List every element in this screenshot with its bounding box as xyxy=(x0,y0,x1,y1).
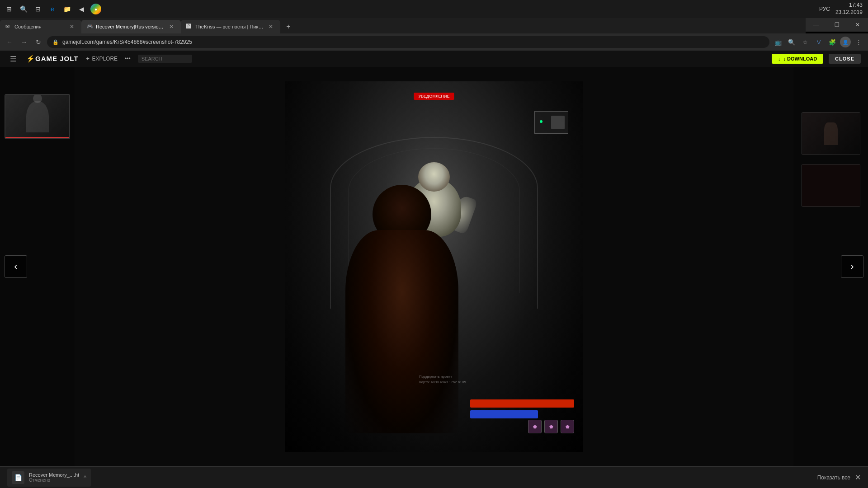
lock-icon: 🔒 xyxy=(52,39,59,45)
vk-icon[interactable]: V xyxy=(813,36,825,48)
edge-icon[interactable]: e xyxy=(47,4,58,14)
thumbnail-left[interactable] xyxy=(5,94,70,139)
explorer-icon[interactable]: 📁 xyxy=(61,4,72,14)
show-all-downloads-button[interactable]: Показать все xyxy=(817,474,850,481)
browser-actions: 📺 🔍 ☆ V 🧩 👤 ⋮ xyxy=(772,36,864,48)
screenshot-viewer: ‹ xyxy=(0,67,868,466)
tab-close-recover[interactable]: ✕ xyxy=(167,23,175,31)
taskbar: ⊞ 🔍 ⊟ e 📁 ◀ ● РУС 17:43 23.12.2019 xyxy=(0,0,868,18)
screenshot-main: УВЕДОМЛЕНИЕ Поддержать проект Карта: 409… xyxy=(75,67,793,466)
forward-button[interactable]: → xyxy=(18,36,30,48)
taskbar-date-value: 23.12.2019 xyxy=(835,9,863,16)
address-text: gamejolt.com/games/KrS/454868#screenshot… xyxy=(62,39,764,45)
gj-hamburger-icon[interactable]: ☰ xyxy=(7,53,19,65)
taskbar-clock: 17:43 23.12.2019 xyxy=(835,2,863,16)
tab-label-recover: Recover Memory|Rus version by xyxy=(96,24,165,29)
tab-close-messages[interactable]: ✕ xyxy=(68,23,76,31)
hud-bars xyxy=(470,399,574,418)
chrome-icon[interactable]: ● xyxy=(90,4,101,14)
player-body xyxy=(345,230,458,433)
explore-icon: ✦ xyxy=(85,56,90,62)
next-screenshot-button[interactable]: › xyxy=(841,255,863,278)
close-download-bar-button[interactable]: ✕ xyxy=(855,473,861,482)
thumbnail-right-2[interactable] xyxy=(802,164,860,207)
thumb-red-bar xyxy=(5,137,69,138)
download-info: Recover Memory_....ht Отменено xyxy=(29,472,79,483)
profile-icon[interactable]: 👤 xyxy=(840,37,851,47)
maximize-button[interactable]: ❐ xyxy=(826,18,847,32)
start-button[interactable]: ⊞ xyxy=(4,4,14,14)
download-bar: 📄 Recover Memory_....ht Отменено ^ Показ… xyxy=(0,466,868,488)
minimize-button[interactable]: — xyxy=(806,18,826,32)
explore-label: EXPLORE xyxy=(92,56,118,62)
main-content: ‹ xyxy=(0,67,868,466)
search-taskbar-icon[interactable]: 🔍 xyxy=(18,4,29,14)
taskbar-time-value: 17:43 xyxy=(835,2,863,9)
thumb-right-1-inner xyxy=(802,113,860,155)
thumb-right-figure xyxy=(824,122,838,145)
skill-icon-3: ⬟ xyxy=(561,420,574,433)
search-page-icon[interactable]: 🔍 xyxy=(786,36,797,48)
game-screenshot: УВЕДОМЛЕНИЕ Поддержать проект Карта: 409… xyxy=(285,81,583,452)
chevron-left-icon: ‹ xyxy=(14,261,17,272)
tab-messages[interactable]: ✉ Сообщения ✕ xyxy=(0,20,81,33)
tab-close-pikabu[interactable]: ✕ xyxy=(267,23,275,31)
tab-favicon-pikabu: 🅿 xyxy=(186,23,193,30)
tab-label-pikabu: TheKriss — все посты | Пикабу xyxy=(195,24,264,29)
refresh-button[interactable]: ↻ xyxy=(33,36,44,48)
tab-favicon-recover: 🎮 xyxy=(87,23,93,30)
close-window-button[interactable]: ✕ xyxy=(847,18,868,32)
gj-search-nav[interactable] xyxy=(138,55,192,63)
tabs-bar: ✉ Сообщения ✕ 🎮 Recover Memory|Rus versi… xyxy=(0,18,806,33)
tab-recover-memory[interactable]: 🎮 Recover Memory|Rus version by ✕ xyxy=(81,20,181,33)
chevron-right-icon: › xyxy=(850,261,854,272)
hud-skills: ⬟ ⬟ ⬟ xyxy=(528,420,574,433)
download-status: Отменено xyxy=(29,478,79,483)
thumbnail-right-1[interactable] xyxy=(802,112,860,155)
minimap-player-dot xyxy=(540,120,542,123)
download-label: ↓ DOWNLOAD xyxy=(783,56,817,61)
extension-icon[interactable]: 🧩 xyxy=(826,36,838,48)
address-box[interactable]: 🔒 gamejolt.com/games/KrS/454868#screensh… xyxy=(47,36,769,48)
energy-bar xyxy=(470,410,538,418)
thumb-right-2-inner xyxy=(802,164,860,206)
address-bar-row: ← → ↻ 🔒 gamejolt.com/games/KrS/454868#sc… xyxy=(0,33,868,51)
thumb-figure-shape xyxy=(26,101,49,132)
support-text-line1: Поддержать проект xyxy=(419,374,466,380)
skill-icon-2: ⬟ xyxy=(544,420,558,433)
download-bar-right: Показать все ✕ xyxy=(817,473,861,482)
new-tab-button[interactable]: + xyxy=(282,20,295,33)
gj-download-button[interactable]: ↓ ↓ DOWNLOAD xyxy=(772,54,823,64)
download-chevron-icon[interactable]: ^ xyxy=(84,474,86,481)
gj-explore-nav[interactable]: ✦ EXPLORE xyxy=(85,56,118,62)
hud-minimap xyxy=(534,111,568,134)
gj-close-button[interactable]: CLOSE xyxy=(829,54,861,64)
back-button[interactable]: ← xyxy=(4,36,15,48)
hud-support-text: Поддержать проект Карта: 4090 4943 1762 … xyxy=(419,374,466,385)
download-item: 📄 Recover Memory_....ht Отменено ^ xyxy=(7,469,91,487)
media-icon[interactable]: ◀ xyxy=(76,4,87,14)
health-bar xyxy=(470,399,574,408)
taskbar-right: РУС 17:43 23.12.2019 xyxy=(819,2,868,16)
download-arrow-icon: ↓ xyxy=(778,56,781,61)
taskbar-language: РУС xyxy=(819,6,830,12)
gj-topbar-right: ↓ ↓ DOWNLOAD CLOSE xyxy=(772,54,861,64)
task-view-icon[interactable]: ⊟ xyxy=(33,4,43,14)
gj-more-nav[interactable]: ••• xyxy=(125,56,131,62)
player-silhouette xyxy=(330,171,474,433)
prev-screenshot-button[interactable]: ‹ xyxy=(5,255,27,278)
gj-logo[interactable]: ⚡GAME JOLT xyxy=(26,55,78,63)
menu-icon[interactable]: ⋮ xyxy=(853,36,864,48)
cast-icon[interactable]: 📺 xyxy=(772,36,784,48)
download-file-name: Recover Memory_....ht xyxy=(29,472,79,478)
gj-search-input[interactable] xyxy=(138,55,192,63)
hud-notification: УВЕДОМЛЕНИЕ xyxy=(414,93,454,100)
tab-pikabu[interactable]: 🅿 TheKriss — все посты | Пикабу ✕ xyxy=(181,20,280,33)
download-file-icon: 📄 xyxy=(12,471,24,484)
bookmark-icon[interactable]: ☆ xyxy=(799,36,811,48)
dungeon-scene: УВЕДОМЛЕНИЕ Поддержать проект Карта: 409… xyxy=(285,81,583,452)
skill-icon-1: ⬟ xyxy=(528,420,542,433)
minimap-shape xyxy=(551,116,565,129)
thumbnail-left-inner xyxy=(5,95,69,138)
taskbar-icons: ⊞ 🔍 ⊟ e 📁 ◀ ● xyxy=(0,4,105,14)
